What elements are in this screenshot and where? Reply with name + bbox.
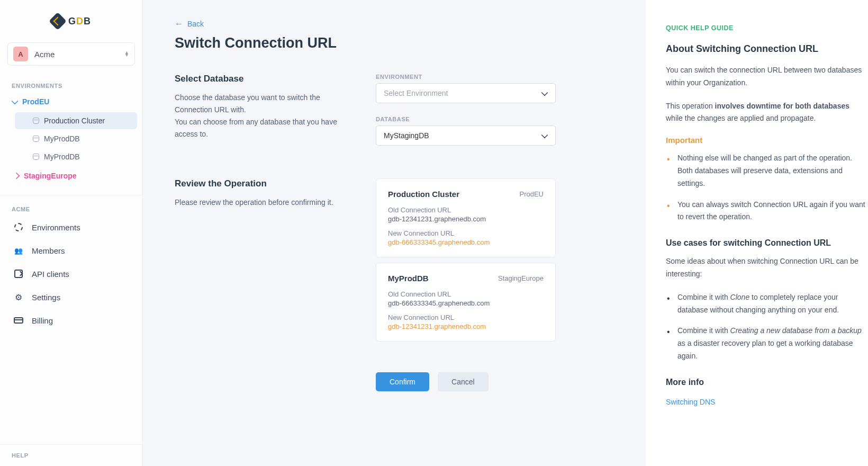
nav-label: Settings [32,293,60,302]
org-name: Acme [34,50,118,59]
back-label: Back [187,20,204,28]
env-stagingeurope[interactable]: StagingEurope [0,166,142,185]
nav-label: Billing [32,316,53,325]
sidebar-org-label: ACME [0,206,142,212]
review-db-env: ProdEU [519,190,544,198]
database-icon [33,118,39,124]
database-field-label: DATABASE [376,116,556,122]
new-url-label: New Connection URL [388,313,544,321]
help-kicker: QUICK HELP GUIDE [666,24,868,32]
members-icon [14,246,23,255]
sidebar-environments-label: ENVIRONMENTS [0,83,142,89]
review-desc: Please review the operation before confi… [175,196,339,209]
review-card-1: Production Cluster ProdEU Old Connection… [376,178,556,257]
review-db-name: MyProdDB [388,274,429,283]
chevron-right-icon [13,173,20,180]
back-link[interactable]: Back [175,19,204,29]
api-icon [14,269,23,279]
chevron-down-icon [541,131,548,138]
sidebar-help-label[interactable]: HELP [0,444,142,466]
help-usecase-item: Combine it with Clone to completely repl… [666,291,868,317]
main-content: Back Switch Connection URL Select Databa… [143,0,646,466]
gear-icon [14,292,23,302]
help-usecases-intro: Some ideas about when switching Connecti… [666,255,868,281]
nav-label: API clients [32,270,69,279]
help-intro: You can switch the connection URL betwee… [666,64,868,89]
org-badge: A [13,47,28,61]
select-db-heading: Select Database [175,74,339,84]
env-prodeu[interactable]: ProdEU [0,92,142,111]
review-db-name: Production Cluster [388,190,459,199]
select-db-desc-1: Choose the database you want to switch t… [175,92,339,116]
db-myproddb-1[interactable]: MyProdDB [15,130,137,147]
help-title: About Switching Connection URL [666,43,868,55]
org-selector[interactable]: A Acme ▲▼ [7,42,135,66]
environment-select-value: Select Environment [384,89,448,97]
database-select-value: MyStagingDB [384,131,429,140]
help-important-heading: Important [666,136,868,145]
nav-api-clients[interactable]: API clients [0,262,142,285]
db-production-cluster[interactable]: Production Cluster [15,112,137,129]
section-review: Review the Operation Please review the o… [175,178,616,347]
old-url-value: gdb-12341231.graphenedb.com [388,215,544,223]
help-usecases-list: Combine it with Clone to completely repl… [666,291,868,363]
database-select[interactable]: MyStagingDB [376,126,556,146]
old-url-label: Old Connection URL [388,206,544,214]
chevron-down-icon [541,89,548,96]
db-label: MyProdDB [44,153,80,161]
new-url-label: New Connection URL [388,229,544,237]
cancel-button[interactable]: Cancel [438,372,489,391]
nav-environments[interactable]: Environments [0,216,142,239]
database-icon [33,136,39,142]
help-important-list: Nothing else will be changed as part of … [666,152,868,223]
new-url-value: gdb-12341231.graphenedb.com [388,322,544,330]
help-usecase-item: Combine it with Creating a new database … [666,325,868,362]
new-url-value: gdb-666333345.graphenedb.com [388,238,544,246]
env-prodeu-children: Production Cluster MyProdDB MyProdDB [0,111,142,166]
logo[interactable]: GDB [0,0,142,38]
environment-field-label: ENVIRONMENT [376,74,556,80]
help-panel: QUICK HELP GUIDE About Switching Connect… [646,0,868,466]
db-label: Production Cluster [44,116,105,125]
section-select-database: Select Database Choose the database you … [175,74,616,158]
select-db-desc-2: You can choose from any database that yo… [175,116,339,140]
page-title: Switch Connection URL [175,35,616,51]
billing-icon [14,316,23,325]
help-important-item: You can always switch Connection URL aga… [666,199,868,224]
help-usecases-heading: Use cases for switching Connection URL [666,238,868,248]
environments-icon [14,222,23,232]
nav-members[interactable]: Members [0,239,142,262]
divider [0,195,142,195]
arrow-left-icon [175,19,183,29]
up-down-icon: ▲▼ [124,51,129,57]
chevron-down-icon [12,97,19,104]
db-label: MyProdDB [44,135,80,143]
review-card-2: MyProdDB StagingEurope Old Connection UR… [376,263,556,342]
old-url-value: gdb-666333345.graphenedb.com [388,299,544,307]
nav-label: Members [32,246,65,255]
help-downtime: This operation involves downtime for bot… [666,100,868,126]
help-important-item: Nothing else will be changed as part of … [666,152,868,190]
review-db-env: StagingEurope [498,274,544,282]
old-url-label: Old Connection URL [388,290,544,298]
environment-select[interactable]: Select Environment [376,83,556,103]
db-myproddb-2[interactable]: MyProdDB [15,148,137,165]
help-link-switching-dns[interactable]: Switching DNS [666,398,715,406]
nav-billing[interactable]: Billing [0,309,142,332]
env-label: StagingEurope [24,172,77,180]
logo-icon [49,12,67,30]
nav-settings[interactable]: Settings [0,285,142,309]
form-actions: Confirm Cancel [376,372,616,391]
env-label: ProdEU [22,97,49,106]
sidebar: GDB A Acme ▲▼ ENVIRONMENTS ProdEU Produc… [0,0,143,466]
nav-label: Environments [32,223,80,232]
help-moreinfo-heading: More info [666,378,868,387]
review-heading: Review the Operation [175,178,339,189]
logo-text: GDB [68,16,91,27]
database-icon [33,154,39,160]
confirm-button[interactable]: Confirm [376,372,429,391]
